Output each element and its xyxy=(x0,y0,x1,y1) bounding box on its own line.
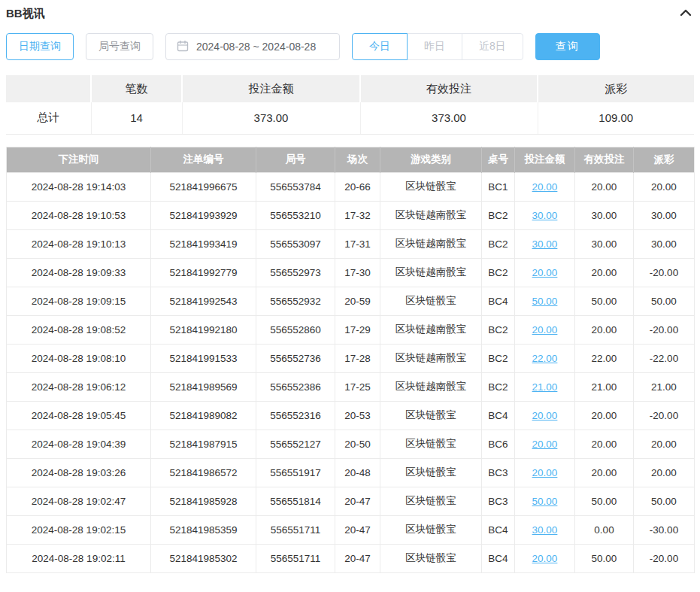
quick-range-yesterday-button[interactable]: 昨日 xyxy=(407,33,462,60)
table-row: 2024-08-28 19:10:53521841993929556553210… xyxy=(7,201,695,229)
header-payout: 派彩 xyxy=(634,147,695,172)
bet-amount-cell: 30.00 xyxy=(515,515,575,544)
bet-time-cell: 2024-08-28 19:05:45 xyxy=(7,401,151,430)
bet-amount-link[interactable]: 20.00 xyxy=(532,467,558,478)
date-range-picker[interactable]: 2024-08-28 ~ 2024-08-28 xyxy=(165,33,340,60)
valid-bet-cell: 20.00 xyxy=(575,458,634,487)
payout-cell: -20.00 xyxy=(634,315,695,344)
quick-range-group: 今日 昨日 近8日 xyxy=(352,33,523,60)
bet-amount-link[interactable]: 50.00 xyxy=(532,496,558,507)
summary-total-label: 总计 xyxy=(6,102,91,134)
bet-table-header-row: 下注时间 注单编号 局号 场次 游戏类别 桌号 投注金额 有效投注 派彩 xyxy=(7,147,695,172)
table-row: 2024-08-28 19:05:45521841989082556552316… xyxy=(7,401,695,430)
bet-amount-cell: 30.00 xyxy=(515,229,575,258)
bet-amount-link[interactable]: 20.00 xyxy=(532,181,558,193)
date-range-value: 2024-08-28 ~ 2024-08-28 xyxy=(196,41,316,53)
session-cell: 20-50 xyxy=(335,430,380,458)
payout-cell: 21.00 xyxy=(634,372,695,401)
game-type-cell: 区块链骰宝 xyxy=(380,487,482,515)
game-type-cell: 区块链骰宝 xyxy=(380,515,482,544)
bet-id-cell: 521841989082 xyxy=(151,401,256,430)
bet-time-cell: 2024-08-28 19:02:15 xyxy=(7,515,151,544)
game-type-cell: 区块链骰宝 xyxy=(380,401,482,430)
round-id-cell: 556553784 xyxy=(256,172,335,201)
session-cell: 17-31 xyxy=(335,229,380,258)
header-session: 场次 xyxy=(335,147,380,172)
round-id-cell: 556551917 xyxy=(256,458,335,487)
payout-cell: 20.00 xyxy=(634,172,695,201)
game-type-cell: 区块链越南骰宝 xyxy=(380,344,482,372)
bet-time-cell: 2024-08-28 19:08:52 xyxy=(7,315,151,344)
table-row: 2024-08-28 19:02:47521841985928556551814… xyxy=(7,487,695,515)
round-id-cell: 556551711 xyxy=(256,515,335,544)
game-type-cell: 区块链骰宝 xyxy=(380,172,482,201)
session-cell: 20-47 xyxy=(335,544,380,572)
date-query-button[interactable]: 日期查询 xyxy=(6,33,74,60)
payout-cell: 20.00 xyxy=(634,458,695,487)
round-id-cell: 556551814 xyxy=(256,487,335,515)
summary-total-row: 总计 14 373.00 373.00 109.00 xyxy=(6,102,694,134)
bet-id-cell: 521841991533 xyxy=(151,344,256,372)
quick-range-recent8-button[interactable]: 近8日 xyxy=(462,33,523,60)
table-row: 2024-08-28 19:02:15521841985359556551711… xyxy=(7,515,695,544)
table-no-cell: BC6 xyxy=(482,430,515,458)
bet-amount-link[interactable]: 20.00 xyxy=(532,410,558,421)
session-cell: 17-28 xyxy=(335,344,380,372)
bet-table-body: 2024-08-28 19:14:03521841996675556553784… xyxy=(7,172,695,572)
header-game-type: 游戏类别 xyxy=(380,147,482,172)
bet-amount-cell: 30.00 xyxy=(515,201,575,229)
bet-amount-link[interactable]: 20.00 xyxy=(532,324,558,335)
bet-id-cell: 521841985359 xyxy=(151,515,256,544)
round-id-cell: 556552316 xyxy=(256,401,335,430)
round-id-cell: 556552860 xyxy=(256,315,335,344)
game-type-cell: 区块链越南骰宝 xyxy=(380,315,482,344)
bet-id-cell: 521841992779 xyxy=(151,258,256,287)
quick-range-today-button[interactable]: 今日 xyxy=(352,33,408,60)
bet-time-cell: 2024-08-28 19:10:53 xyxy=(7,201,151,229)
payout-cell: -20.00 xyxy=(634,258,695,287)
table-no-cell: BC2 xyxy=(482,201,515,229)
bet-id-cell: 521841987915 xyxy=(151,430,256,458)
round-id-cell: 556551711 xyxy=(256,544,335,572)
table-no-cell: BC4 xyxy=(482,287,515,315)
table-no-cell: BC2 xyxy=(482,229,515,258)
bet-id-cell: 521841992180 xyxy=(151,315,256,344)
round-id-cell: 556552127 xyxy=(256,430,335,458)
bet-amount-link[interactable]: 50.00 xyxy=(532,296,558,307)
header-bet-id: 注单编号 xyxy=(151,147,256,172)
page-title: BB视讯 xyxy=(6,7,45,21)
bet-amount-link[interactable]: 30.00 xyxy=(532,210,558,221)
table-no-cell: BC3 xyxy=(482,458,515,487)
bet-amount-cell: 20.00 xyxy=(515,258,575,287)
bet-amount-link[interactable]: 20.00 xyxy=(532,267,558,278)
bet-amount-link[interactable]: 21.00 xyxy=(532,381,558,393)
round-query-button[interactable]: 局号查询 xyxy=(86,33,153,60)
search-button[interactable]: 查询 xyxy=(535,33,600,60)
summary-header-row: 笔数 投注金额 有效投注 派彩 xyxy=(6,75,694,102)
game-type-cell: 区块链越南骰宝 xyxy=(380,258,482,287)
table-row: 2024-08-28 19:06:12521841989569556552386… xyxy=(7,372,695,401)
summary-bet-amount-value: 373.00 xyxy=(182,102,360,134)
bet-amount-link[interactable]: 20.00 xyxy=(532,439,558,450)
bet-amount-link[interactable]: 30.00 xyxy=(532,238,558,250)
collapse-panel-button[interactable] xyxy=(677,6,694,22)
summary-count-value: 14 xyxy=(91,102,182,134)
bet-amount-link[interactable]: 22.00 xyxy=(532,353,558,364)
summary-table: 笔数 投注金额 有效投注 派彩 总计 14 373.00 373.00 109.… xyxy=(6,75,694,135)
bet-amount-link[interactable]: 20.00 xyxy=(532,553,558,564)
payout-cell: -30.00 xyxy=(634,515,695,544)
bet-id-cell: 521841996675 xyxy=(151,172,256,201)
game-type-cell: 区块链越南骰宝 xyxy=(380,372,482,401)
round-id-cell: 556553210 xyxy=(256,201,335,229)
bet-amount-link[interactable]: 30.00 xyxy=(532,524,558,536)
table-no-cell: BC4 xyxy=(482,401,515,430)
bet-time-cell: 2024-08-28 19:02:47 xyxy=(7,487,151,515)
bet-id-cell: 521841992543 xyxy=(151,287,256,315)
bet-records-table: 下注时间 注单编号 局号 场次 游戏类别 桌号 投注金额 有效投注 派彩 202… xyxy=(6,147,695,573)
payout-cell: 50.00 xyxy=(634,287,695,315)
round-id-cell: 556553097 xyxy=(256,229,335,258)
game-type-cell: 区块链越南骰宝 xyxy=(380,201,482,229)
summary-payout-value: 109.00 xyxy=(538,102,694,134)
valid-bet-cell: 20.00 xyxy=(575,401,634,430)
valid-bet-cell: 20.00 xyxy=(575,258,634,287)
